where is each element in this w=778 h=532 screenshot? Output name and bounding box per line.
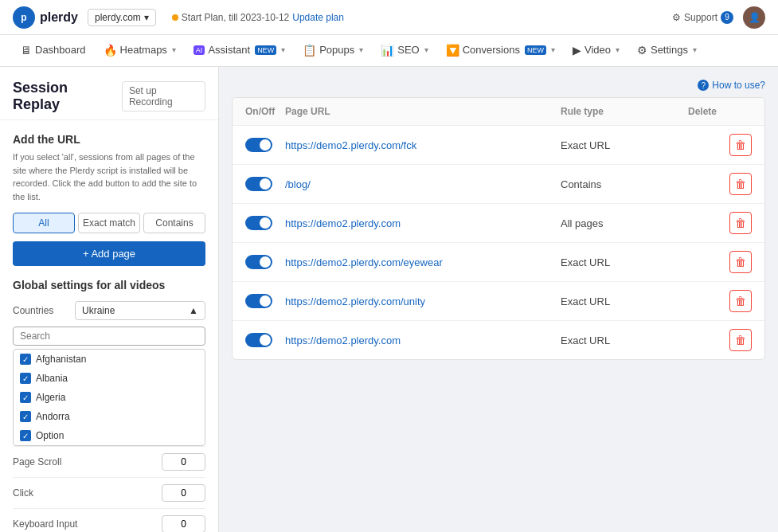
delete-button-row2[interactable]: 🗑 — [729, 173, 752, 195]
countries-label: Countries — [13, 305, 68, 316]
chevron-down-icon: ▾ — [693, 45, 697, 54]
add-page-button[interactable]: + Add page — [13, 241, 205, 266]
nav-label-seo: SEO — [397, 44, 419, 56]
plan-info: Start Plan, till 2023-10-12 Update plan — [172, 12, 344, 23]
delete-button-row1[interactable]: 🗑 — [729, 134, 752, 156]
page-scroll-row: Page Scroll — [13, 446, 205, 477]
filter-tab-all[interactable]: All — [13, 213, 75, 233]
keyboard-input-field[interactable] — [162, 515, 205, 532]
country-dropdown-list: Afghanistan Albania Algeria Andorra — [13, 349, 205, 446]
page-scroll-label: Page Scroll — [13, 456, 155, 467]
chevron-down-icon: ▾ — [172, 45, 176, 54]
gear-icon: ⚙ — [672, 12, 681, 23]
domain-selector[interactable]: plerdy.com ▾ — [88, 9, 156, 26]
url-row6[interactable]: https://demo2.plerdy.com — [285, 334, 561, 346]
logo: p plerdy — [13, 6, 78, 29]
url-row4[interactable]: https://demo2.plerdy.com/eyewear — [285, 256, 561, 268]
popups-icon: 📋 — [303, 44, 316, 57]
toggle-row5[interactable] — [245, 294, 272, 308]
right-panel: ? How to use? On/Off Page URL Rule type … — [219, 67, 778, 532]
topbar-right: ⚙ Support 9 👤 — [672, 6, 765, 29]
list-item[interactable]: Afghanistan — [14, 350, 205, 369]
countries-dropdown: Afghanistan Albania Algeria Andorra — [13, 327, 205, 446]
table-row: /blog/ Contains 🗑 — [233, 165, 764, 204]
question-icon: ? — [698, 80, 709, 91]
avatar[interactable]: 👤 — [743, 6, 765, 29]
checkbox-algeria[interactable] — [20, 392, 31, 403]
nav-item-settings[interactable]: ⚙ Settings ▾ — [629, 35, 705, 67]
nav-item-dashboard[interactable]: 🖥 Dashboard — [13, 35, 94, 67]
add-url-desc: If you select 'all', sessions from all p… — [13, 151, 205, 203]
rule-row4: Exact URL — [561, 256, 688, 268]
rule-row2: Contains — [561, 178, 688, 190]
nav-item-heatmaps[interactable]: 🔥 Heatmaps ▾ — [96, 35, 184, 67]
checkbox-albania[interactable] — [20, 373, 31, 384]
chevron-down-icon: ▾ — [359, 45, 363, 54]
navbar: 🖥 Dashboard 🔥 Heatmaps ▾ AI Assistant NE… — [0, 35, 778, 67]
col-delete: Delete — [688, 106, 752, 117]
delete-button-row5[interactable]: 🗑 — [729, 290, 752, 312]
toggle-row4[interactable] — [245, 255, 272, 269]
table-header: On/Off Page URL Rule type Delete — [233, 98, 764, 126]
url-table: On/Off Page URL Rule type Delete https:/… — [232, 97, 765, 360]
support-button[interactable]: ⚙ Support 9 — [672, 11, 733, 24]
checkbox-andorra[interactable] — [20, 411, 31, 422]
logo-icon: p — [13, 6, 35, 29]
delete-button-row3[interactable]: 🗑 — [729, 212, 752, 234]
col-rule: Rule type — [561, 106, 688, 117]
table-row: https://demo2.plerdy.com Exact URL 🗑 — [233, 321, 764, 359]
delete-button-row4[interactable]: 🗑 — [729, 251, 752, 273]
nav-label-assistant: Assistant — [208, 44, 250, 56]
table-row: https://demo2.plerdy.com All pages 🗑 — [233, 204, 764, 243]
list-item[interactable]: Albania — [14, 369, 205, 388]
filter-tab-contains[interactable]: Contains — [143, 213, 205, 233]
chevron-down-icon: ▾ — [144, 12, 149, 23]
nav-label-settings: Settings — [651, 44, 688, 56]
toggle-row2[interactable] — [245, 177, 272, 191]
rule-row1: Exact URL — [561, 139, 688, 151]
list-item[interactable]: Option — [14, 426, 205, 445]
delete-button-row6[interactable]: 🗑 — [729, 329, 752, 351]
nav-item-video[interactable]: ▶ Video ▾ — [565, 35, 627, 67]
click-input[interactable] — [162, 484, 205, 502]
new-badge-assistant: NEW — [255, 45, 276, 55]
nav-item-assistant[interactable]: AI Assistant NEW ▾ — [186, 35, 293, 67]
toggle-row6[interactable] — [245, 333, 272, 347]
url-row2[interactable]: /blog/ — [285, 178, 561, 190]
checkbox-afghanistan[interactable] — [20, 354, 31, 365]
keyboard-input-row: Keyboard Input — [13, 508, 205, 532]
rule-row3: All pages — [561, 217, 688, 229]
toggle-row1[interactable] — [245, 138, 272, 152]
url-row1[interactable]: https://demo2.plerdy.com/fck — [285, 139, 561, 151]
table-row: https://demo2.plerdy.com/unity Exact URL… — [233, 282, 764, 321]
dashboard-icon: 🖥 — [21, 44, 32, 57]
country-search-input[interactable] — [13, 327, 205, 346]
list-item[interactable]: Algeria — [14, 388, 205, 407]
how-to-use-link[interactable]: ? How to use? — [698, 80, 765, 91]
main-content: Session Replay Set up Recording Add the … — [0, 67, 778, 532]
list-item[interactable]: Andorra — [14, 407, 205, 426]
nav-label-heatmaps: Heatmaps — [120, 44, 167, 56]
heatmaps-icon: 🔥 — [104, 44, 117, 57]
page-scroll-input[interactable] — [162, 453, 205, 471]
left-panel: Session Replay Set up Recording Add the … — [0, 67, 219, 532]
chevron-down-icon: ▾ — [551, 45, 555, 54]
countries-select[interactable]: Ukraine ▲ — [75, 301, 205, 320]
chevron-down-icon: ▾ — [424, 45, 428, 54]
nav-item-seo[interactable]: 📊 SEO ▾ — [373, 35, 436, 67]
nav-item-conversions[interactable]: 🔽 Conversions NEW ▾ — [438, 35, 563, 67]
video-icon: ▶ — [573, 44, 581, 57]
url-row5[interactable]: https://demo2.plerdy.com/unity — [285, 295, 561, 307]
plan-dot — [172, 14, 178, 21]
support-badge: 9 — [721, 11, 733, 24]
url-row3[interactable]: https://demo2.plerdy.com — [285, 217, 561, 229]
filter-tab-exact[interactable]: Exact match — [78, 213, 140, 233]
nav-item-popups[interactable]: 📋 Popups ▾ — [295, 35, 371, 67]
click-label: Click — [13, 487, 155, 499]
toggle-row3[interactable] — [245, 216, 272, 230]
update-plan-link[interactable]: Update plan — [292, 12, 344, 23]
new-badge-conversions: NEW — [525, 45, 546, 55]
checkbox-option[interactable] — [20, 430, 31, 441]
nav-label-popups: Popups — [319, 44, 354, 56]
setup-recording-link[interactable]: Set up Recording — [122, 81, 205, 111]
